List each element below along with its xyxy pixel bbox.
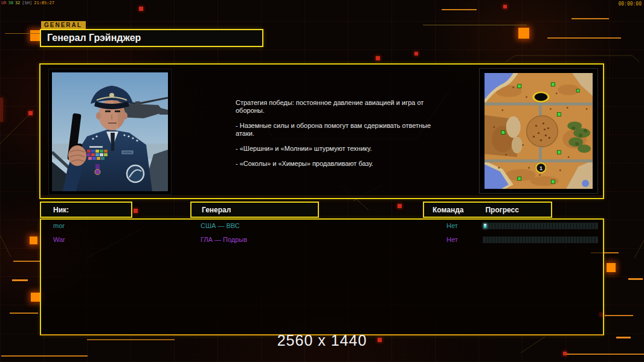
general-column-header: Генерал bbox=[190, 202, 319, 218]
general-tag-label: GENERAL bbox=[41, 21, 86, 29]
nick-header-label: Ник: bbox=[53, 206, 69, 214]
general-title: Генерал Грэйнджер bbox=[47, 33, 141, 43]
deco-square bbox=[376, 56, 380, 60]
deco-square bbox=[31, 293, 40, 302]
nick-column-header: Ник: bbox=[40, 202, 132, 218]
briefing-paragraph: - «Шершни» и «Молнии» штурмуют технику. bbox=[236, 145, 434, 153]
deco-line bbox=[605, 315, 633, 316]
deco-square bbox=[518, 28, 529, 39]
player-general: США — ВВС bbox=[201, 222, 240, 229]
player-row: WarГЛА — ПодрывНет bbox=[41, 236, 603, 246]
deco-square bbox=[398, 204, 402, 208]
deco-square bbox=[28, 111, 33, 115]
deco-square bbox=[414, 52, 418, 56]
deco-line bbox=[13, 261, 40, 262]
deco-edge-bar bbox=[0, 98, 3, 122]
general-title-box: Генерал Грэйнджер bbox=[40, 29, 263, 47]
progress-bar bbox=[483, 237, 598, 243]
progress-header-label: Прогресс bbox=[485, 206, 518, 214]
briefing-paragraph: Стратегия победы: постоянное давление ав… bbox=[236, 99, 434, 115]
deco-line bbox=[12, 279, 28, 281]
player-rows: morСША — ВВСНетWarГЛА — ПодрывНет bbox=[40, 218, 604, 335]
progress-fill bbox=[484, 224, 486, 228]
resolution-label: 2560 x 1440 bbox=[0, 332, 644, 349]
player-team: Нет bbox=[446, 222, 458, 229]
general-portrait bbox=[48, 69, 172, 195]
briefing-paragraph: - «Соколы» и «Химеры» продавливают базу. bbox=[236, 160, 434, 168]
osd-segment: [SH] bbox=[22, 1, 32, 5]
osd-segment: 32 bbox=[15, 1, 20, 5]
deco-square bbox=[139, 7, 143, 11]
deco-square bbox=[503, 5, 507, 8]
osd-segment: UR bbox=[1, 1, 6, 5]
general-header-label: Генерал bbox=[202, 206, 231, 214]
minimap-image: 1 bbox=[485, 73, 593, 189]
minimap: 1 bbox=[479, 68, 598, 194]
fps-osd-overlay: UR3032[SH]21:05:27 bbox=[1, 1, 56, 5]
general-portrait-image bbox=[52, 72, 168, 191]
player-general: ГЛА — Подрыв bbox=[201, 236, 247, 243]
player-row: morСША — ВВСНет bbox=[41, 222, 603, 232]
team-progress-column-header: Команда Прогресс bbox=[423, 202, 552, 218]
briefing-text: Стратегия победы: постоянное давление ав… bbox=[236, 99, 434, 175]
osd-segment: 21:05:27 bbox=[34, 1, 54, 5]
progress-bar bbox=[483, 223, 598, 229]
deco-line bbox=[567, 354, 644, 355]
deco-square bbox=[134, 209, 138, 213]
team-header-label: Команда bbox=[433, 206, 463, 214]
deco-line bbox=[423, 25, 527, 25]
osd-segment: 30 bbox=[8, 1, 13, 5]
deco-line bbox=[572, 18, 609, 19]
player-team: Нет bbox=[446, 236, 458, 243]
briefing-paragraph: - Наземные силы и оборона помогут вам сд… bbox=[236, 122, 434, 138]
start-marker-label: 1 bbox=[539, 165, 543, 171]
deco-line bbox=[1, 355, 88, 357]
deco-line bbox=[628, 278, 643, 280]
match-timer: 00:00:00 bbox=[618, 1, 642, 7]
deco-line bbox=[547, 37, 621, 39]
deco-line bbox=[10, 313, 38, 314]
deco-square bbox=[607, 263, 616, 272]
player-nick: mor bbox=[53, 222, 65, 229]
deco-square bbox=[30, 237, 37, 244]
player-nick: War bbox=[53, 236, 65, 243]
deco-line bbox=[442, 9, 477, 10]
